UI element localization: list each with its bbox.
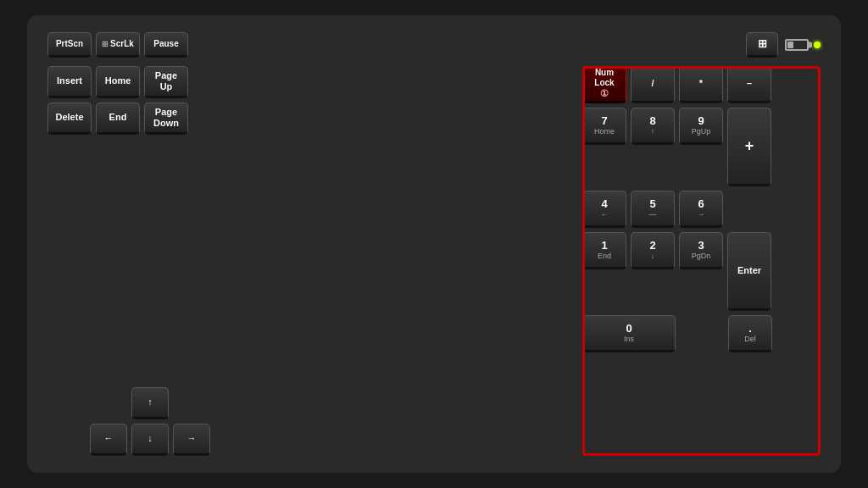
pause-key[interactable]: Pause — [144, 32, 188, 58]
numpad-8-key[interactable]: 8 ↑ — [631, 108, 675, 145]
battery-bar — [787, 42, 793, 48]
numlock-key[interactable]: NumLock ① — [582, 66, 626, 103]
numpad-row-5: 0 Ins . Del — [582, 315, 821, 352]
numpad-1-key[interactable]: 1 End — [582, 232, 626, 269]
numpad-row-4: 1 End 2 ↓ 3 PgDn Enter — [582, 232, 821, 311]
arrow-down-key[interactable]: ↓ — [131, 424, 169, 456]
calculator-icon: ⊞ — [758, 37, 767, 51]
numpad-dot-key[interactable]: . Del — [728, 315, 772, 352]
nav-row-2: Delete End PageDown — [47, 103, 565, 135]
top-right-icons: ⊞ — [746, 32, 821, 58]
numpad-2-key[interactable]: 2 ↓ — [631, 232, 675, 269]
status-icons — [785, 39, 821, 51]
right-numpad: NumLock ① / * – 7 Home — [582, 66, 821, 456]
arrow-up-key[interactable]: ↑ — [131, 387, 169, 419]
pagedown-key[interactable]: PageDown — [144, 103, 188, 135]
calculator-key[interactable]: ⊞ — [746, 32, 778, 58]
numpad-0-key[interactable]: 0 Ins — [582, 315, 676, 352]
numpad-5-key[interactable]: 5 — — [631, 191, 675, 228]
keyboard-container: PrtScn ⊞ ScrLk Pause ⊞ — [27, 15, 841, 473]
battery-icon — [785, 39, 809, 51]
numpad-enter-key[interactable]: Enter — [727, 232, 771, 311]
arrow-bottom-row: ← ↓ → — [90, 424, 210, 456]
numpad-row-1: NumLock ① / * – — [582, 66, 821, 103]
home-key[interactable]: Home — [96, 66, 140, 98]
main-section: Insert Home PageUp Delete End PageDown — [47, 66, 821, 456]
arrow-keys: ↑ ← ↓ → — [90, 387, 565, 456]
arrow-right-key[interactable]: → — [173, 424, 210, 456]
end-key[interactable]: End — [96, 103, 140, 135]
keyboard-spacer — [47, 139, 565, 383]
numpad-minus-key[interactable]: – — [727, 66, 771, 103]
numpad-6-key[interactable]: 6 → — [679, 191, 723, 228]
numpad-3-key[interactable]: 3 PgDn — [679, 232, 723, 269]
numpad-row-2: 7 Home 8 ↑ 9 PgUp + — [582, 108, 821, 186]
insert-key[interactable]: Insert — [47, 66, 92, 98]
arrow-left-key[interactable]: ← — [90, 424, 127, 456]
numpad-9-key[interactable]: 9 PgUp — [679, 108, 723, 145]
top-section: PrtScn ⊞ ScrLk Pause ⊞ — [47, 32, 821, 58]
scrlk-key[interactable]: ⊞ ScrLk — [96, 32, 140, 58]
led-indicator — [814, 42, 821, 48]
numpad-row-3: 4 ← 5 — 6 → — [582, 191, 821, 228]
numpad-7-key[interactable]: 7 Home — [582, 108, 626, 145]
numpad-plus-key[interactable]: + — [727, 108, 771, 186]
nav-row-1: Insert Home PageUp — [47, 66, 565, 98]
delete-key[interactable]: Delete — [47, 103, 92, 135]
left-keyboard: Insert Home PageUp Delete End PageDown — [47, 66, 565, 456]
scrlk-icon: ⊞ — [102, 40, 108, 49]
numpad-4-key[interactable]: 4 ← — [582, 191, 626, 228]
fn-keys-group: PrtScn ⊞ ScrLk Pause — [47, 32, 188, 58]
arrow-up-row: ↑ — [90, 387, 169, 419]
numpad-asterisk-key[interactable]: * — [679, 66, 723, 103]
prtscn-key[interactable]: PrtScn — [47, 32, 92, 58]
numpad-slash-key[interactable]: / — [631, 66, 675, 103]
pageup-key[interactable]: PageUp — [144, 66, 188, 98]
